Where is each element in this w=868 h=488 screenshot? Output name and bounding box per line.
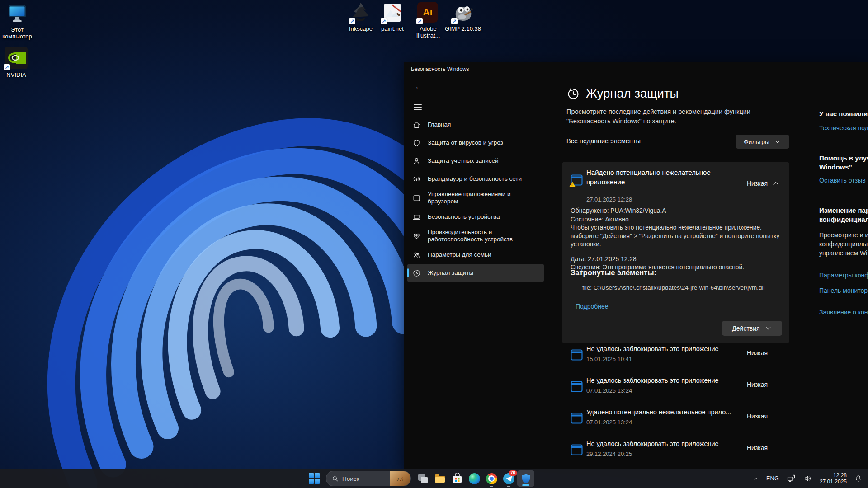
more-details-link[interactable]: Подробнее (576, 303, 609, 310)
tray-date: 27.01.2025 (820, 479, 847, 485)
clock-tray[interactable]: 12:28 27.01.2025 (817, 470, 849, 487)
menu-toggle-button[interactable] (414, 102, 422, 112)
desktop-icon-gimp[interactable]: ↗ GIMP 2.10.38 (445, 2, 481, 32)
app-warning-icon (571, 174, 583, 186)
help-heading: У вас появились вопросы? (819, 109, 868, 118)
desktop-icon-illustrator[interactable]: Ai ↗ Adobe Illustrat... (412, 2, 444, 39)
page-title: Журнал защиты (586, 87, 679, 101)
sidebar-item-firewall[interactable]: Брандмауэр и безопасность сети (407, 170, 544, 188)
sidebar-item-account-protection[interactable]: Защита учетных записей (407, 152, 544, 170)
chevron-up-icon (753, 475, 759, 482)
computer-icon (6, 3, 28, 24)
windows-security-window: Безопасность Windows ← Главная Защита от… (404, 62, 868, 469)
actions-button[interactable]: Действия (722, 321, 782, 336)
history-item[interactable]: Не удалось заблокировать это приложение … (562, 434, 789, 466)
person-icon (412, 157, 421, 165)
speaker-icon (803, 474, 812, 483)
family-icon (412, 251, 421, 259)
microsoft-store-icon (452, 473, 463, 484)
language-indicator[interactable]: ENG (764, 470, 782, 487)
start-button[interactable] (306, 469, 323, 488)
search-highlight-image: ♪♫ (390, 471, 410, 486)
sidebar-item-family-options[interactable]: Параметры для семьи (407, 246, 544, 264)
history-icon (566, 87, 580, 101)
privacy-statement-link[interactable]: Заявление о конфиденциальности (819, 308, 868, 317)
network-tray-button[interactable] (783, 470, 799, 487)
tray-overflow-button[interactable] (750, 470, 762, 487)
history-item[interactable]: Не удалось заблокировать это приложение … (562, 339, 789, 371)
sidebar-item-device-security[interactable]: Безопасность устройства (407, 208, 544, 226)
app-icon (571, 413, 583, 424)
desktop-icon-inkscape[interactable]: ↗ Inkscape (344, 2, 377, 32)
desktop-icon-nvidia[interactable]: ↗ NVIDIA (0, 46, 35, 78)
sidebar-item-protection-history[interactable]: Журнал защиты (407, 264, 544, 282)
network-icon (412, 175, 421, 183)
windows-logo-icon (309, 473, 320, 484)
desktop-icon-label: paint.net (376, 25, 409, 32)
help-body: Просмотрите и измените параметры конфиде… (819, 230, 868, 258)
desktop: Этот компьютер ↗ NVIDIA (0, 0, 868, 488)
file-explorer-icon (434, 473, 446, 484)
app-browser-icon (412, 194, 421, 202)
desktop-icon-label: Inkscape (344, 25, 377, 32)
health-icon (412, 232, 421, 240)
support-link[interactable]: Техническая поддержка (819, 124, 868, 132)
search-icon (332, 475, 339, 482)
sidebar-item-app-browser-control[interactable]: Управление приложениями и браузером (407, 188, 544, 208)
shortcut-arrow-icon: ↗ (381, 18, 387, 24)
page-title-row: Журнал защиты (566, 87, 679, 101)
tray-time: 12:28 (820, 472, 847, 479)
help-heading: Изменение параметров конфиденциальности (819, 206, 868, 224)
app-icon (571, 444, 583, 455)
history-item-expanded: Найдено потенциально нежелательное прило… (562, 162, 789, 343)
windows-security-button[interactable] (517, 470, 534, 487)
sidebar-item-virus-protection[interactable]: Защита от вирусов и угроз (407, 134, 544, 152)
shortcut-arrow-icon: ↗ (4, 64, 10, 70)
back-button[interactable]: ← (412, 82, 425, 92)
chevron-up-icon[interactable] (771, 179, 780, 188)
history-item[interactable]: Не удалось заблокировать это приложение … (562, 371, 789, 403)
shield-icon (412, 139, 421, 147)
file-explorer-button[interactable] (431, 469, 448, 488)
notification-badge: 76 (509, 470, 517, 476)
filters-button[interactable]: Фильтры (736, 135, 789, 149)
sidebar-item-device-health[interactable]: Производительность и работоспособность у… (407, 226, 544, 246)
shortcut-arrow-icon: ↗ (349, 18, 355, 24)
affected-file-path: file: C:\Users\Asrie\.cristalix\updates\… (582, 284, 765, 291)
history-icon (412, 269, 421, 277)
volume-tray-button[interactable] (801, 470, 815, 487)
desktop-icon-paintnet[interactable]: ↗ paint.net (376, 2, 409, 32)
app-icon (571, 381, 583, 392)
taskbar: Поиск ♪♫ (0, 469, 868, 488)
system-tray: ENG 12:28 27.01.2025 (750, 469, 865, 488)
desktop-icon-label: NVIDIA (0, 71, 35, 78)
edge-button[interactable] (466, 469, 483, 488)
sidebar-item-home[interactable]: Главная (407, 116, 544, 134)
task-view-button[interactable] (414, 469, 431, 488)
history-item[interactable]: Удалено потенциально нежелательное прило… (562, 403, 789, 434)
privacy-settings-link[interactable]: Параметры конфиденциальности (819, 271, 868, 280)
all-recent-items-label: Все недавние элементы (566, 137, 641, 145)
help-heading: Помощь в улучшении "Безопасность Windows… (819, 154, 868, 172)
search-box[interactable]: Поиск ♪♫ (326, 471, 411, 486)
affected-items-heading: Затронутые элементы: (571, 268, 656, 277)
ethernet-icon (786, 474, 796, 483)
notification-center-button[interactable] (851, 470, 865, 487)
search-placeholder: Поиск (342, 475, 390, 482)
desktop-icon-this-pc[interactable]: Этот компьютер (0, 3, 36, 40)
chrome-button[interactable] (483, 469, 500, 488)
item-title: Найдено потенциально нежелательное прило… (586, 168, 747, 187)
item-details: Обнаружено: PUA:Win32/Vigua.A Состояние:… (571, 207, 782, 272)
bell-icon (854, 474, 863, 483)
page-description: Просмотрите последние действия и рекомен… (566, 107, 795, 126)
microsoft-store-button[interactable] (448, 469, 466, 488)
feedback-link[interactable]: Оставить отзыв (819, 176, 868, 185)
security-shield-icon (520, 473, 532, 484)
telegram-button[interactable]: 76 (500, 469, 517, 488)
shortcut-arrow-icon: ↗ (451, 18, 458, 24)
chevron-down-icon (774, 138, 781, 145)
privacy-dashboard-link[interactable]: Панель мониторинга конфиденциальности (819, 286, 868, 295)
chrome-icon (486, 473, 497, 484)
item-date: 27.01.2025 12:28 (586, 196, 632, 203)
chevron-down-icon (764, 324, 772, 332)
